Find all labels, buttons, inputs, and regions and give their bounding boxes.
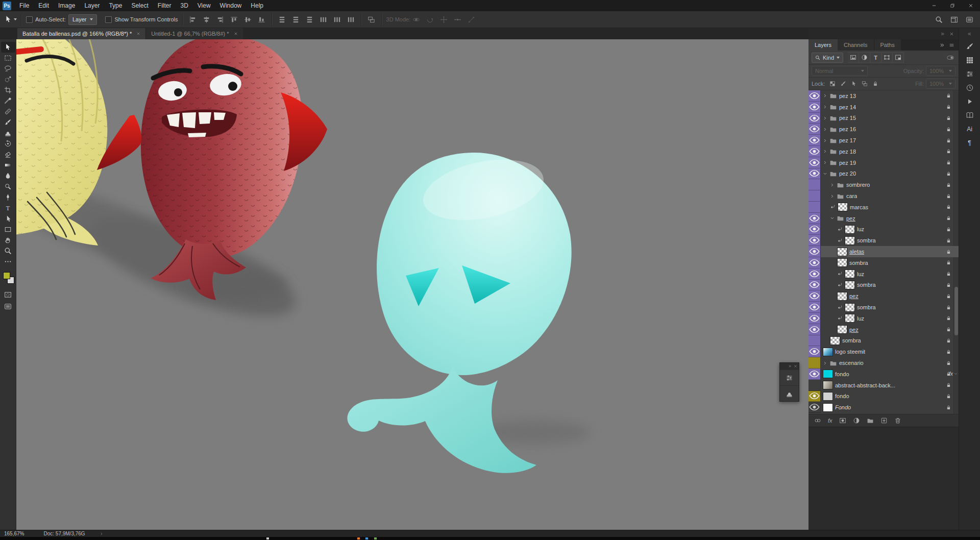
rectangle-tool[interactable] [1, 224, 15, 235]
document-canvas[interactable] [16, 39, 808, 530]
menu-item[interactable]: Layer [80, 0, 104, 11]
menu-item[interactable]: 3D [176, 0, 192, 11]
lock-transparency-button[interactable] [828, 79, 837, 88]
visibility-toggle[interactable] [808, 302, 821, 313]
expand-dock-icon[interactable] [967, 32, 972, 36]
visibility-toggle[interactable] [808, 290, 821, 302]
opacity-dropdown[interactable]: 100% [926, 66, 955, 76]
menu-item[interactable]: Help [246, 0, 268, 11]
link-layers-button[interactable] [814, 417, 821, 424]
visibility-toggle[interactable] [808, 257, 821, 268]
visibility-toggle[interactable] [808, 324, 821, 335]
layer-name[interactable]: pez [849, 327, 859, 333]
lock-all-button[interactable] [871, 79, 880, 88]
visibility-toggle[interactable] [808, 202, 821, 213]
layer-thumbnail[interactable] [837, 292, 847, 301]
zoom-level-field[interactable]: 165,67% [0, 531, 28, 536]
layer-thumbnail[interactable] [837, 258, 847, 267]
tab-paths[interactable]: Paths [874, 39, 901, 51]
distribute-left-icon[interactable] [318, 14, 329, 24]
expand-toggle-icon[interactable] [830, 216, 835, 220]
layer-row[interactable]: pez 16 [808, 124, 959, 135]
layer-name[interactable]: pez 14 [839, 104, 856, 110]
eraser-tool[interactable] [1, 149, 15, 160]
visibility-toggle[interactable] [808, 146, 821, 157]
layer-name[interactable]: sombra [857, 304, 876, 310]
visibility-toggle[interactable] [808, 246, 821, 257]
layer-name[interactable]: marcas [850, 204, 868, 210]
layer-thumbnail[interactable] [845, 314, 855, 323]
visibility-toggle[interactable] [808, 280, 821, 291]
visibility-toggle[interactable] [808, 135, 821, 146]
taskbar-icon-4[interactable] [374, 537, 377, 539]
gradient-tool[interactable] [1, 160, 15, 170]
clone-source-panel-icon[interactable] [780, 385, 799, 401]
auto-select-checkbox[interactable] [26, 16, 33, 23]
layer-name[interactable]: sombra [842, 337, 861, 343]
crop-tool[interactable] [1, 85, 15, 95]
menu-item[interactable]: Filter [153, 0, 176, 11]
collapsed-properties-panel-icon[interactable] [959, 67, 980, 81]
layer-row[interactable]: marcas [808, 202, 959, 213]
tab-layers[interactable]: Layers [808, 39, 838, 51]
visibility-toggle[interactable] [808, 157, 821, 168]
close-dock-icon[interactable] [949, 32, 954, 36]
visibility-toggle[interactable] [808, 102, 821, 113]
layer-row[interactable]: logo steemit [808, 346, 959, 357]
add-mask-button[interactable] [839, 417, 846, 424]
visibility-toggle[interactable] [808, 268, 821, 280]
collapsed-brushes-panel-icon[interactable] [959, 39, 980, 53]
new-layer-button[interactable] [880, 417, 888, 424]
quick-selection-tool[interactable] [1, 74, 15, 85]
menu-item[interactable]: File [15, 0, 34, 11]
expand-toggle-icon[interactable] [823, 116, 827, 120]
blend-mode-dropdown[interactable]: Normal [812, 66, 868, 76]
clone-stamp-tool[interactable] [1, 128, 15, 138]
visibility-toggle[interactable] [808, 346, 821, 357]
layer-name[interactable]: pez 18 [839, 149, 856, 155]
visibility-toggle[interactable] [808, 380, 821, 391]
expand-toggle-icon[interactable] [823, 361, 827, 365]
collapsed-character-panel-icon[interactable]: Ai [959, 122, 980, 136]
brush-tool[interactable] [1, 117, 15, 128]
auto-align-icon[interactable] [366, 14, 377, 24]
screen-mode-button[interactable] [1, 301, 15, 312]
filter-smart-objects-button[interactable] [893, 52, 904, 63]
collapse-dock-icon[interactable] [940, 32, 945, 36]
panel-menu-icon[interactable] [949, 42, 954, 48]
layer-effects-badge[interactable]: fx [949, 369, 958, 380]
search-icon[interactable] [933, 14, 944, 24]
zoom-tool[interactable] [1, 246, 15, 256]
collapse-panels-icon[interactable] [788, 364, 792, 368]
layer-row[interactable]: pez [808, 290, 959, 302]
history-brush-tool[interactable] [1, 138, 15, 149]
collapse-panel-group-icon[interactable] [939, 42, 945, 48]
expand-toggle-icon[interactable] [823, 127, 827, 132]
type-tool[interactable] [1, 203, 15, 213]
layer-row[interactable]: sombra [808, 257, 959, 268]
layer-name[interactable]: sombra [857, 237, 876, 243]
layer-row[interactable]: luz [808, 224, 959, 235]
layer-thumbnail[interactable] [845, 281, 855, 289]
taskbar-icon-2[interactable] [357, 537, 360, 539]
layer-name[interactable]: cara [846, 193, 857, 199]
layer-name[interactable]: luz [857, 315, 864, 322]
layer-name[interactable]: pez 15 [839, 115, 856, 121]
blur-tool[interactable] [1, 170, 15, 181]
visibility-toggle[interactable] [808, 90, 821, 102]
distribute-bottom-icon[interactable] [304, 14, 315, 24]
layer-row[interactable]: pez 13 [808, 90, 959, 102]
menu-item[interactable]: Window [215, 0, 247, 11]
close-icon[interactable] [794, 364, 797, 368]
distribute-hcenter-icon[interactable] [332, 14, 343, 24]
visibility-toggle[interactable] [808, 235, 821, 246]
align-right-icon[interactable] [215, 14, 226, 24]
layer-row[interactable]: pez 18 [808, 146, 959, 157]
visibility-toggle[interactable] [808, 124, 821, 135]
layer-name[interactable]: fondo [835, 393, 849, 399]
close-button[interactable] [962, 0, 980, 11]
layer-row[interactable]: cara [808, 190, 959, 202]
layer-name[interactable]: Fondo [835, 404, 851, 410]
distribute-vcenter-icon[interactable] [290, 14, 302, 24]
layer-thumbnail[interactable] [837, 325, 847, 334]
